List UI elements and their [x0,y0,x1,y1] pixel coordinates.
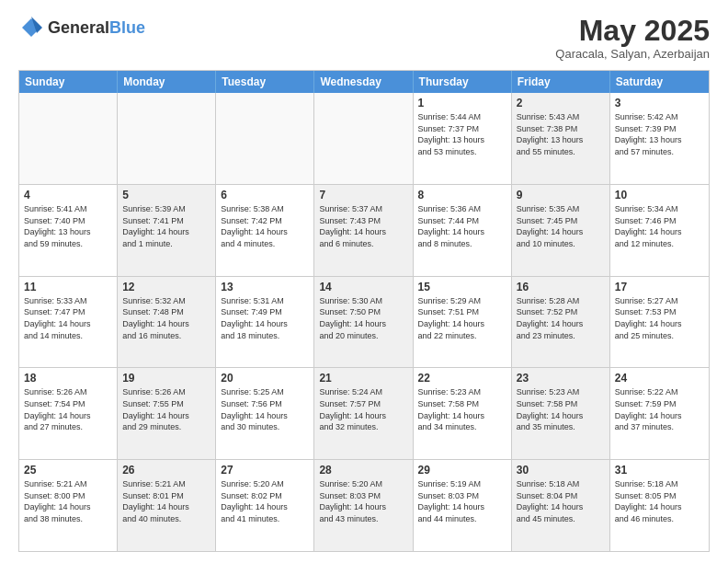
calendar-cell: 20Sunrise: 5:25 AM Sunset: 7:56 PM Dayli… [216,368,314,459]
calendar-cell [314,93,413,184]
day-info: Sunrise: 5:34 AM Sunset: 7:46 PM Dayligh… [615,203,704,249]
calendar-cell: 19Sunrise: 5:26 AM Sunset: 7:55 PM Dayli… [118,368,216,459]
day-number: 26 [122,464,210,477]
calendar: Sunday Monday Tuesday Wednesday Thursday… [18,70,710,552]
calendar-cell [216,93,314,184]
day-number: 21 [319,372,407,385]
logo-text: GeneralBlue [48,18,145,38]
day-number: 27 [221,464,309,477]
day-info: Sunrise: 5:22 AM Sunset: 7:59 PM Dayligh… [615,386,704,432]
day-info: Sunrise: 5:23 AM Sunset: 7:58 PM Dayligh… [418,386,506,432]
day-number: 4 [24,189,112,201]
day-number: 15 [418,281,506,293]
day-number: 18 [24,372,112,385]
day-info: Sunrise: 5:21 AM Sunset: 8:00 PM Dayligh… [24,478,112,524]
day-info: Sunrise: 5:39 AM Sunset: 7:41 PM Dayligh… [122,203,210,249]
calendar-cell: 5Sunrise: 5:39 AM Sunset: 7:41 PM Daylig… [118,185,216,276]
logo-general: General [48,18,109,37]
calendar-row-1: 4Sunrise: 5:41 AM Sunset: 7:40 PM Daylig… [19,184,709,276]
header-friday: Friday [512,71,610,93]
calendar-row-0: 1Sunrise: 5:44 AM Sunset: 7:37 PM Daylig… [19,93,709,184]
day-info: Sunrise: 5:31 AM Sunset: 7:49 PM Dayligh… [221,295,309,341]
day-info: Sunrise: 5:44 AM Sunset: 7:37 PM Dayligh… [418,111,506,157]
day-info: Sunrise: 5:33 AM Sunset: 7:47 PM Dayligh… [24,295,112,341]
day-number: 31 [615,464,704,477]
calendar-cell: 26Sunrise: 5:21 AM Sunset: 8:01 PM Dayli… [118,460,216,551]
day-number: 5 [122,189,210,201]
day-number: 22 [418,372,506,385]
day-number: 7 [319,189,407,201]
location: Qaracala, Salyan, Azerbaijan [555,47,710,61]
header-saturday: Saturday [610,71,709,93]
calendar-header: Sunday Monday Tuesday Wednesday Thursday… [19,71,709,93]
day-number: 14 [319,281,407,293]
calendar-cell: 9Sunrise: 5:35 AM Sunset: 7:45 PM Daylig… [512,185,610,276]
calendar-cell: 21Sunrise: 5:24 AM Sunset: 7:57 PM Dayli… [314,368,413,459]
header-monday: Monday [118,71,216,93]
logo: GeneralBlue [18,15,145,40]
calendar-cell: 6Sunrise: 5:38 AM Sunset: 7:42 PM Daylig… [216,185,314,276]
header-tuesday: Tuesday [216,71,314,93]
calendar-cell: 25Sunrise: 5:21 AM Sunset: 8:00 PM Dayli… [19,460,118,551]
calendar-cell: 24Sunrise: 5:22 AM Sunset: 7:59 PM Dayli… [610,368,709,459]
calendar-cell: 17Sunrise: 5:27 AM Sunset: 7:53 PM Dayli… [610,277,709,368]
day-info: Sunrise: 5:21 AM Sunset: 8:01 PM Dayligh… [122,478,210,524]
day-number: 28 [319,464,407,477]
day-info: Sunrise: 5:24 AM Sunset: 7:57 PM Dayligh… [319,386,407,432]
calendar-cell: 31Sunrise: 5:18 AM Sunset: 8:05 PM Dayli… [610,460,709,551]
calendar-cell: 16Sunrise: 5:28 AM Sunset: 7:52 PM Dayli… [512,277,610,368]
logo-blue: Blue [109,18,145,37]
calendar-cell: 14Sunrise: 5:30 AM Sunset: 7:50 PM Dayli… [314,277,413,368]
calendar-cell [19,93,118,184]
day-number: 16 [517,281,605,293]
calendar-cell: 30Sunrise: 5:18 AM Sunset: 8:04 PM Dayli… [512,460,610,551]
day-info: Sunrise: 5:30 AM Sunset: 7:50 PM Dayligh… [319,295,407,341]
day-number: 30 [517,464,605,477]
calendar-row-4: 25Sunrise: 5:21 AM Sunset: 8:00 PM Dayli… [19,459,709,551]
day-info: Sunrise: 5:26 AM Sunset: 7:55 PM Dayligh… [122,386,210,432]
day-number: 12 [122,281,210,293]
day-number: 9 [517,189,605,201]
logo-icon [18,15,44,40]
day-info: Sunrise: 5:23 AM Sunset: 7:58 PM Dayligh… [517,386,605,432]
header-right: May 2025 Qaracala, Salyan, Azerbaijan [555,15,710,61]
day-info: Sunrise: 5:20 AM Sunset: 8:03 PM Dayligh… [319,478,407,524]
day-info: Sunrise: 5:35 AM Sunset: 7:45 PM Dayligh… [517,203,605,249]
day-info: Sunrise: 5:28 AM Sunset: 7:52 PM Dayligh… [517,295,605,341]
day-info: Sunrise: 5:43 AM Sunset: 7:38 PM Dayligh… [517,111,605,157]
calendar-cell: 7Sunrise: 5:37 AM Sunset: 7:43 PM Daylig… [314,185,413,276]
day-number: 1 [418,97,506,109]
day-number: 19 [122,372,210,385]
calendar-cell: 23Sunrise: 5:23 AM Sunset: 7:58 PM Dayli… [512,368,610,459]
calendar-cell: 15Sunrise: 5:29 AM Sunset: 7:51 PM Dayli… [414,277,512,368]
day-info: Sunrise: 5:27 AM Sunset: 7:53 PM Dayligh… [615,295,704,341]
day-info: Sunrise: 5:32 AM Sunset: 7:48 PM Dayligh… [122,295,210,341]
calendar-cell: 2Sunrise: 5:43 AM Sunset: 7:38 PM Daylig… [512,93,610,184]
header-thursday: Thursday [414,71,512,93]
day-info: Sunrise: 5:26 AM Sunset: 7:54 PM Dayligh… [24,386,112,432]
calendar-row-3: 18Sunrise: 5:26 AM Sunset: 7:54 PM Dayli… [19,367,709,459]
day-number: 25 [24,464,112,477]
day-number: 17 [615,281,704,293]
day-number: 2 [517,97,605,109]
calendar-cell: 11Sunrise: 5:33 AM Sunset: 7:47 PM Dayli… [19,277,118,368]
day-number: 3 [615,97,704,109]
month-title: May 2025 [555,15,710,47]
calendar-cell: 18Sunrise: 5:26 AM Sunset: 7:54 PM Dayli… [19,368,118,459]
day-info: Sunrise: 5:18 AM Sunset: 8:04 PM Dayligh… [517,478,605,524]
calendar-row-2: 11Sunrise: 5:33 AM Sunset: 7:47 PM Dayli… [19,276,709,368]
calendar-cell: 8Sunrise: 5:36 AM Sunset: 7:44 PM Daylig… [414,185,512,276]
day-number: 8 [418,189,506,201]
day-info: Sunrise: 5:29 AM Sunset: 7:51 PM Dayligh… [418,295,506,341]
day-info: Sunrise: 5:37 AM Sunset: 7:43 PM Dayligh… [319,203,407,249]
calendar-cell: 12Sunrise: 5:32 AM Sunset: 7:48 PM Dayli… [118,277,216,368]
header-sunday: Sunday [19,71,118,93]
day-number: 10 [615,189,704,201]
calendar-cell: 10Sunrise: 5:34 AM Sunset: 7:46 PM Dayli… [610,185,709,276]
day-info: Sunrise: 5:36 AM Sunset: 7:44 PM Dayligh… [418,203,506,249]
calendar-cell: 22Sunrise: 5:23 AM Sunset: 7:58 PM Dayli… [414,368,512,459]
day-info: Sunrise: 5:18 AM Sunset: 8:05 PM Dayligh… [615,478,704,524]
calendar-cell: 28Sunrise: 5:20 AM Sunset: 8:03 PM Dayli… [314,460,413,551]
day-info: Sunrise: 5:42 AM Sunset: 7:39 PM Dayligh… [615,111,704,157]
day-info: Sunrise: 5:25 AM Sunset: 7:56 PM Dayligh… [221,386,309,432]
